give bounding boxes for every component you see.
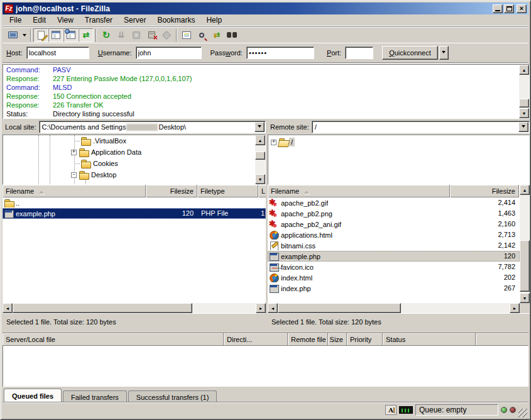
close-button[interactable]: ×: [517, 4, 527, 13]
tree-item[interactable]: .VirtualBox: [74, 135, 128, 146]
file-row[interactable]: favicon.ico 7,782: [268, 262, 520, 272]
file-row[interactable]: bitnami.css 2,142: [268, 240, 520, 251]
scrollbar-thumb[interactable]: [519, 99, 529, 108]
column-header-filename[interactable]: Filename: [268, 185, 450, 197]
file-row[interactable]: ..: [3, 197, 266, 208]
cancel-operation-button[interactable]: ×: [129, 28, 144, 42]
remote-list-scrollbar[interactable]: ▲ ▼: [520, 185, 530, 303]
chevron-down-icon: [442, 51, 446, 55]
scroll-up-button[interactable]: ▲: [520, 185, 530, 195]
sort-ascending-icon: [304, 188, 309, 194]
scroll-down-button[interactable]: ▼: [519, 108, 529, 118]
menu-file[interactable]: File: [4, 14, 27, 26]
column-header-size[interactable]: Size: [328, 333, 347, 346]
site-manager-dropdown-button[interactable]: [20, 28, 28, 42]
local-tree-scrollbar[interactable]: ▲ ▼: [255, 135, 265, 184]
column-header-status[interactable]: Status: [383, 333, 476, 346]
pane-splitter[interactable]: [266, 119, 268, 329]
connection-indicator-icon[interactable]: [399, 406, 413, 414]
password-input[interactable]: [246, 47, 314, 59]
quickconnect-button[interactable]: Quickconnect: [382, 46, 438, 60]
toggle-local-tree-button[interactable]: [48, 28, 63, 42]
scroll-right-button[interactable]: ►: [256, 303, 266, 313]
column-header-filetype[interactable]: Filetype: [197, 185, 258, 197]
port-input[interactable]: [345, 47, 373, 59]
local-site-combobox[interactable]: C:\Documents and SettingsDesktop\: [39, 121, 266, 133]
scrollbar-thumb[interactable]: [255, 152, 265, 160]
tree-item[interactable]: Cookies: [74, 158, 120, 169]
remote-site-dropdown-button[interactable]: [518, 122, 528, 132]
menu-help[interactable]: Help: [200, 14, 227, 26]
column-header-direction[interactable]: Directi...: [224, 333, 288, 346]
search-button[interactable]: [224, 28, 239, 42]
collapse-minus-icon[interactable]: -: [71, 172, 77, 178]
column-header-filename[interactable]: Filename: [3, 185, 146, 197]
file-row[interactable]: apache_pb2.gif 2,414: [268, 197, 520, 208]
scrollbar-thumb[interactable]: [278, 303, 401, 313]
reconnect-button[interactable]: [159, 28, 174, 42]
scroll-right-button[interactable]: ►: [510, 303, 520, 313]
synchronized-browsing-button[interactable]: ⇄: [209, 28, 224, 42]
file-row-selected[interactable]: example.php 120 PHP File 1: [3, 208, 266, 219]
scroll-up-button[interactable]: ▲: [255, 135, 265, 145]
scroll-left-button[interactable]: ◄: [3, 303, 13, 313]
disconnect-button[interactable]: ×: [144, 28, 159, 42]
process-queue-button[interactable]: ⇊: [114, 28, 129, 42]
title-bar[interactable]: Fz john@localhost - FileZilla ×: [3, 3, 528, 14]
scroll-left-button[interactable]: ◄: [268, 303, 278, 313]
column-header-remote-file[interactable]: Remote file: [288, 333, 328, 346]
toggle-remote-tree-button[interactable]: [63, 28, 79, 42]
file-row[interactable]: index.html 202: [268, 272, 520, 283]
tab-failed-transfers[interactable]: Failed transfers: [63, 390, 127, 402]
scroll-up-button[interactable]: ▲: [519, 65, 529, 75]
local-site-dropdown-button[interactable]: [255, 122, 265, 132]
site-manager-button[interactable]: [5, 28, 20, 42]
menu-server[interactable]: Server: [118, 14, 151, 26]
scrollbar-thumb[interactable]: [520, 240, 530, 292]
menu-bookmarks[interactable]: Bookmarks: [151, 14, 200, 26]
host-input[interactable]: [26, 47, 89, 59]
filter-button[interactable]: [194, 28, 209, 42]
resize-grip[interactable]: [518, 409, 527, 417]
scroll-down-button[interactable]: ▼: [520, 293, 530, 303]
toggle-message-log-button[interactable]: [33, 28, 48, 42]
column-header-filesize[interactable]: Filesize: [450, 185, 519, 197]
maximize-button[interactable]: [504, 4, 514, 13]
filezilla-window: Fz john@localhost - FileZilla × File Edi…: [0, 0, 531, 420]
remote-horizontal-scrollbar[interactable]: ◄ ►: [268, 303, 520, 313]
local-horizontal-scrollbar[interactable]: ◄ ►: [3, 303, 266, 313]
directory-comparison-button[interactable]: [179, 28, 194, 42]
receive-activity-led-icon: [501, 407, 507, 413]
menu-view[interactable]: View: [52, 14, 79, 26]
tab-queued-files[interactable]: Queued files: [4, 389, 62, 402]
log-scrollbar[interactable]: ▲ ▼: [519, 65, 529, 118]
scrollbar-thumb[interactable]: [13, 303, 192, 313]
minimize-button[interactable]: [493, 4, 503, 13]
file-row[interactable]: applications.html 2,713: [268, 229, 520, 240]
remote-site-combobox[interactable]: /: [312, 121, 530, 133]
menu-edit[interactable]: Edit: [27, 14, 52, 26]
transfer-type-indicator-icon[interactable]: A: [385, 405, 397, 415]
column-header-filesize[interactable]: Filesize: [146, 185, 197, 197]
column-header-modified[interactable]: L: [258, 185, 266, 197]
file-row[interactable]: apache_pb2_ani.gif 2,160: [268, 219, 520, 229]
toggle-queue-button[interactable]: ⇄: [79, 28, 94, 42]
tree-item[interactable]: + /: [271, 136, 295, 148]
file-row[interactable]: apache_pb2.png 1,463: [268, 208, 520, 219]
file-row-selected[interactable]: example.php 120: [268, 251, 520, 262]
expand-plus-icon[interactable]: +: [71, 150, 77, 155]
menu-bar: File Edit View Transfer Server Bookmarks…: [3, 14, 528, 26]
menu-transfer[interactable]: Transfer: [79, 14, 118, 26]
expand-plus-icon[interactable]: +: [271, 140, 276, 145]
column-header-server-local-file[interactable]: Server/Local file: [3, 333, 224, 346]
tree-item[interactable]: + Application Data: [71, 146, 143, 158]
disconnect-x-icon: ×: [153, 34, 158, 41]
username-input[interactable]: [136, 47, 202, 59]
column-header-priority[interactable]: Priority: [347, 333, 383, 346]
quickconnect-dropdown-button[interactable]: [439, 46, 449, 60]
tree-item[interactable]: - Desktop: [71, 169, 118, 180]
tab-successful-transfers[interactable]: Successful transfers (1): [128, 390, 217, 402]
scroll-down-button[interactable]: ▼: [255, 174, 265, 184]
file-row[interactable]: index.php 267: [268, 283, 520, 294]
refresh-button[interactable]: ↻: [99, 28, 114, 42]
